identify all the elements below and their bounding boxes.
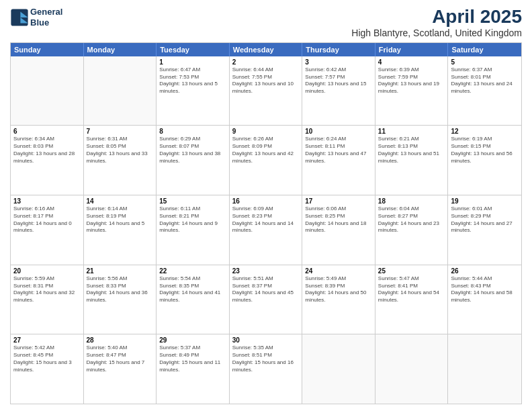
day-info: Sunrise: 5:59 AM Sunset: 8:31 PM Dayligh… <box>13 275 81 304</box>
calendar-header-cell: Monday <box>84 43 157 56</box>
day-number: 3 <box>305 58 372 66</box>
calendar-cell: 1Sunrise: 6:47 AM Sunset: 7:53 PM Daylig… <box>157 56 230 126</box>
day-number: 24 <box>305 267 372 275</box>
day-info: Sunrise: 6:06 AM Sunset: 8:25 PM Dayligh… <box>305 205 372 234</box>
header: General Blue April 2025 High Blantyre, S… <box>10 7 522 38</box>
day-info: Sunrise: 5:54 AM Sunset: 8:35 PM Dayligh… <box>159 275 226 304</box>
day-number: 28 <box>87 336 154 344</box>
day-info: Sunrise: 6:16 AM Sunset: 8:17 PM Dayligh… <box>13 205 81 234</box>
day-number: 12 <box>451 128 519 135</box>
day-info: Sunrise: 6:34 AM Sunset: 8:03 PM Dayligh… <box>13 136 81 165</box>
day-info: Sunrise: 6:29 AM Sunset: 8:07 PM Dayligh… <box>159 136 226 165</box>
calendar-cell: 4Sunrise: 6:39 AM Sunset: 7:59 PM Daylig… <box>375 56 449 126</box>
day-number: 23 <box>232 267 300 275</box>
calendar-cell <box>11 56 84 126</box>
day-info: Sunrise: 5:49 AM Sunset: 8:39 PM Dayligh… <box>305 275 372 304</box>
day-number: 1 <box>159 58 226 66</box>
calendar-cell: 6Sunrise: 6:34 AM Sunset: 8:03 PM Daylig… <box>11 126 84 195</box>
day-info: Sunrise: 6:39 AM Sunset: 7:59 PM Dayligh… <box>378 66 445 95</box>
day-number: 19 <box>451 197 519 205</box>
day-info: Sunrise: 6:44 AM Sunset: 7:55 PM Dayligh… <box>232 66 300 95</box>
day-number: 6 <box>13 128 81 135</box>
calendar-cell: 26Sunrise: 5:44 AM Sunset: 8:43 PM Dayli… <box>448 265 521 334</box>
calendar-body: 1Sunrise: 6:47 AM Sunset: 7:53 PM Daylig… <box>11 56 521 404</box>
day-number: 18 <box>378 197 445 205</box>
day-number: 26 <box>451 267 519 275</box>
calendar-cell: 28Sunrise: 5:40 AM Sunset: 8:47 PM Dayli… <box>84 334 157 404</box>
day-info: Sunrise: 5:42 AM Sunset: 8:45 PM Dayligh… <box>13 345 81 373</box>
calendar-cell <box>302 334 375 404</box>
day-info: Sunrise: 5:51 AM Sunset: 8:37 PM Dayligh… <box>232 275 300 304</box>
day-info: Sunrise: 5:37 AM Sunset: 8:49 PM Dayligh… <box>159 345 226 373</box>
day-info: Sunrise: 6:31 AM Sunset: 8:05 PM Dayligh… <box>87 136 154 165</box>
day-number: 25 <box>378 267 445 275</box>
calendar-header-cell: Wednesday <box>230 43 303 56</box>
day-info: Sunrise: 5:47 AM Sunset: 8:41 PM Dayligh… <box>378 275 445 304</box>
calendar-header-cell: Tuesday <box>157 43 230 56</box>
day-number: 9 <box>232 128 300 135</box>
day-info: Sunrise: 5:56 AM Sunset: 8:33 PM Dayligh… <box>87 275 154 304</box>
calendar-row: 6Sunrise: 6:34 AM Sunset: 8:03 PM Daylig… <box>11 125 521 195</box>
calendar-cell <box>84 56 157 126</box>
logo: General Blue <box>10 7 62 28</box>
day-info: Sunrise: 6:24 AM Sunset: 8:11 PM Dayligh… <box>305 136 372 165</box>
day-info: Sunrise: 6:09 AM Sunset: 8:23 PM Dayligh… <box>232 205 300 234</box>
day-info: Sunrise: 6:14 AM Sunset: 8:19 PM Dayligh… <box>87 205 154 234</box>
calendar-cell: 3Sunrise: 6:42 AM Sunset: 7:57 PM Daylig… <box>302 56 375 126</box>
day-number: 30 <box>232 336 300 344</box>
calendar-cell: 16Sunrise: 6:09 AM Sunset: 8:23 PM Dayli… <box>230 195 303 265</box>
calendar-header: SundayMondayTuesdayWednesdayThursdayFrid… <box>11 43 521 56</box>
day-info: Sunrise: 6:21 AM Sunset: 8:13 PM Dayligh… <box>378 136 445 165</box>
day-number: 8 <box>159 128 226 135</box>
calendar-cell: 15Sunrise: 6:11 AM Sunset: 8:21 PM Dayli… <box>157 195 230 265</box>
calendar-cell: 21Sunrise: 5:56 AM Sunset: 8:33 PM Dayli… <box>84 265 157 334</box>
calendar-cell: 27Sunrise: 5:42 AM Sunset: 8:45 PM Dayli… <box>11 334 84 404</box>
calendar-cell: 24Sunrise: 5:49 AM Sunset: 8:39 PM Dayli… <box>302 265 375 334</box>
calendar-cell: 12Sunrise: 6:19 AM Sunset: 8:15 PM Dayli… <box>448 126 521 195</box>
calendar-cell: 9Sunrise: 6:26 AM Sunset: 8:09 PM Daylig… <box>230 126 303 195</box>
day-number: 16 <box>232 197 300 205</box>
calendar-row: 20Sunrise: 5:59 AM Sunset: 8:31 PM Dayli… <box>11 265 521 334</box>
calendar-row: 27Sunrise: 5:42 AM Sunset: 8:45 PM Dayli… <box>11 334 521 404</box>
calendar-cell: 14Sunrise: 6:14 AM Sunset: 8:19 PM Dayli… <box>84 195 157 265</box>
day-number: 22 <box>159 267 226 275</box>
day-info: Sunrise: 6:11 AM Sunset: 8:21 PM Dayligh… <box>159 205 226 234</box>
calendar-cell: 29Sunrise: 5:37 AM Sunset: 8:49 PM Dayli… <box>157 334 230 404</box>
logo-text: General Blue <box>30 7 62 28</box>
calendar-cell: 23Sunrise: 5:51 AM Sunset: 8:37 PM Dayli… <box>230 265 303 334</box>
day-info: Sunrise: 6:26 AM Sunset: 8:09 PM Dayligh… <box>232 136 300 165</box>
page: General Blue April 2025 High Blantyre, S… <box>0 0 532 411</box>
day-number: 21 <box>87 267 154 275</box>
day-number: 2 <box>232 58 300 66</box>
calendar-cell: 8Sunrise: 6:29 AM Sunset: 8:07 PM Daylig… <box>157 126 230 195</box>
main-title: April 2025 <box>351 7 522 28</box>
day-number: 10 <box>305 128 372 135</box>
calendar-header-cell: Sunday <box>11 43 84 56</box>
calendar: SundayMondayTuesdayWednesdayThursdayFrid… <box>10 42 522 404</box>
day-info: Sunrise: 5:35 AM Sunset: 8:51 PM Dayligh… <box>232 345 300 373</box>
calendar-cell: 25Sunrise: 5:47 AM Sunset: 8:41 PM Dayli… <box>375 265 449 334</box>
day-info: Sunrise: 6:37 AM Sunset: 8:01 PM Dayligh… <box>451 66 519 95</box>
calendar-cell: 10Sunrise: 6:24 AM Sunset: 8:11 PM Dayli… <box>302 126 375 195</box>
day-number: 11 <box>378 128 445 135</box>
calendar-cell: 11Sunrise: 6:21 AM Sunset: 8:13 PM Dayli… <box>375 126 449 195</box>
day-info: Sunrise: 6:47 AM Sunset: 7:53 PM Dayligh… <box>159 66 226 95</box>
day-info: Sunrise: 5:44 AM Sunset: 8:43 PM Dayligh… <box>451 275 519 304</box>
calendar-header-cell: Friday <box>375 43 449 56</box>
calendar-cell: 2Sunrise: 6:44 AM Sunset: 7:55 PM Daylig… <box>230 56 303 126</box>
day-info: Sunrise: 6:01 AM Sunset: 8:29 PM Dayligh… <box>451 205 519 234</box>
day-number: 7 <box>87 128 154 135</box>
calendar-cell <box>375 334 449 404</box>
logo-icon <box>10 8 29 27</box>
day-number: 27 <box>13 336 81 344</box>
calendar-cell: 19Sunrise: 6:01 AM Sunset: 8:29 PM Dayli… <box>448 195 521 265</box>
calendar-cell: 20Sunrise: 5:59 AM Sunset: 8:31 PM Dayli… <box>11 265 84 334</box>
day-info: Sunrise: 6:42 AM Sunset: 7:57 PM Dayligh… <box>305 66 372 95</box>
calendar-row: 1Sunrise: 6:47 AM Sunset: 7:53 PM Daylig… <box>11 56 521 126</box>
calendar-row: 13Sunrise: 6:16 AM Sunset: 8:17 PM Dayli… <box>11 195 521 265</box>
subtitle: High Blantyre, Scotland, United Kingdom <box>351 28 522 38</box>
calendar-header-cell: Saturday <box>448 43 521 56</box>
calendar-cell: 17Sunrise: 6:06 AM Sunset: 8:25 PM Dayli… <box>302 195 375 265</box>
day-number: 17 <box>305 197 372 205</box>
day-number: 29 <box>159 336 226 344</box>
